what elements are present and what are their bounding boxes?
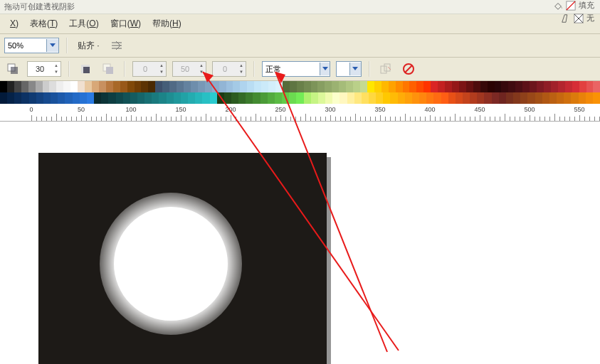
swatch[interactable] [470,92,477,104]
swatch[interactable] [506,92,513,104]
shadow-color-combo[interactable] [336,61,362,77]
swatch[interactable] [36,92,43,104]
swatch[interactable] [477,92,484,104]
swatch[interactable] [325,81,332,92]
chevron-down-icon[interactable] [320,63,330,75]
swatch[interactable] [202,92,209,104]
swatch[interactable] [346,81,353,92]
shadow-preset-icon[interactable] [4,60,21,77]
swatch[interactable] [49,81,56,92]
swatch[interactable] [116,92,123,104]
swatch[interactable] [311,81,318,92]
swatch[interactable] [499,92,506,104]
swatch[interactable] [416,81,423,92]
swatch[interactable] [353,81,360,92]
swatch[interactable] [205,81,212,92]
swatch[interactable] [325,92,332,104]
swatch[interactable] [466,81,473,92]
swatch[interactable] [29,92,36,104]
swatch[interactable] [21,81,28,92]
canvas[interactable] [0,122,600,364]
blend-mode-input[interactable] [263,63,320,75]
swatch[interactable] [549,92,557,104]
swatch[interactable] [527,92,535,104]
menu-help[interactable]: 帮助(H) [147,16,187,32]
swatch[interactable] [219,81,226,92]
swatch[interactable] [36,81,43,92]
swatch[interactable] [339,81,346,92]
swatch[interactable] [459,81,466,92]
swatch[interactable] [551,81,558,92]
swatch[interactable] [0,81,7,92]
swatch[interactable] [63,81,70,92]
swatch[interactable] [268,81,275,92]
swatch[interactable] [304,92,311,104]
swatch[interactable] [423,81,431,92]
swatch[interactable] [177,81,184,92]
swatch[interactable] [340,92,347,104]
swatch[interactable] [508,81,515,92]
swatch[interactable] [542,92,549,104]
menu-tools[interactable]: 工具(O) [63,16,104,32]
swatch[interactable] [137,92,144,104]
swatch[interactable] [522,81,530,92]
swatch[interactable] [254,81,261,92]
swatch[interactable] [544,81,551,92]
swatch[interactable] [513,92,520,104]
swatch[interactable] [403,81,410,92]
swatch[interactable] [332,81,339,92]
spinner-arrows-icon[interactable]: ▲▼ [52,63,60,75]
swatch[interactable] [162,81,169,92]
swatch[interactable] [495,81,502,92]
swatch[interactable] [441,92,448,104]
menu-window[interactable]: 窗口(W) [105,16,147,32]
swatch[interactable] [289,92,296,104]
swatch[interactable] [99,81,106,92]
swatch[interactable] [148,81,155,92]
zoom-combo[interactable] [4,38,59,53]
swatch[interactable] [515,81,522,92]
swatch[interactable] [374,81,381,92]
swatch[interactable] [238,92,246,104]
swatch[interactable] [85,81,92,92]
swatch[interactable] [480,81,488,92]
swatch[interactable] [167,92,174,104]
swatch[interactable] [78,81,85,92]
menu-x[interactable]: X) [4,16,24,31]
swatch[interactable] [369,92,376,104]
swatch[interactable] [456,92,463,104]
swatch[interactable] [571,92,578,104]
swatch[interactable] [304,81,311,92]
swatch[interactable] [174,92,181,104]
swatch[interactable] [383,92,390,104]
swatch[interactable] [198,81,205,92]
swatch[interactable] [268,92,275,104]
swatch[interactable] [558,81,565,92]
swatch[interactable] [332,92,340,104]
swatch[interactable] [535,92,542,104]
swatch[interactable] [389,81,396,92]
menu-table[interactable]: 表格(T) [24,16,63,32]
chevron-down-icon[interactable] [46,39,58,52]
swatch[interactable] [113,81,120,92]
swatch[interactable] [579,81,586,92]
swatch[interactable] [311,92,318,104]
swatch[interactable] [210,92,217,104]
shadow-opacity-icon[interactable] [77,60,94,77]
swatch[interactable] [283,81,290,92]
swatch[interactable] [188,92,195,104]
swatch[interactable] [65,92,72,104]
copy-shadow-icon[interactable] [377,60,394,77]
swatch[interactable] [484,92,491,104]
swatch[interactable] [224,92,231,104]
swatch[interactable] [261,81,268,92]
swatch[interactable] [28,81,36,92]
swatch[interactable] [87,92,94,104]
swatch[interactable] [317,81,325,92]
swatch[interactable] [181,92,188,104]
swatch[interactable] [463,92,470,104]
swatch[interactable] [43,81,50,92]
swatch[interactable] [253,92,260,104]
swatch[interactable] [557,92,564,104]
swatch[interactable] [390,92,397,104]
